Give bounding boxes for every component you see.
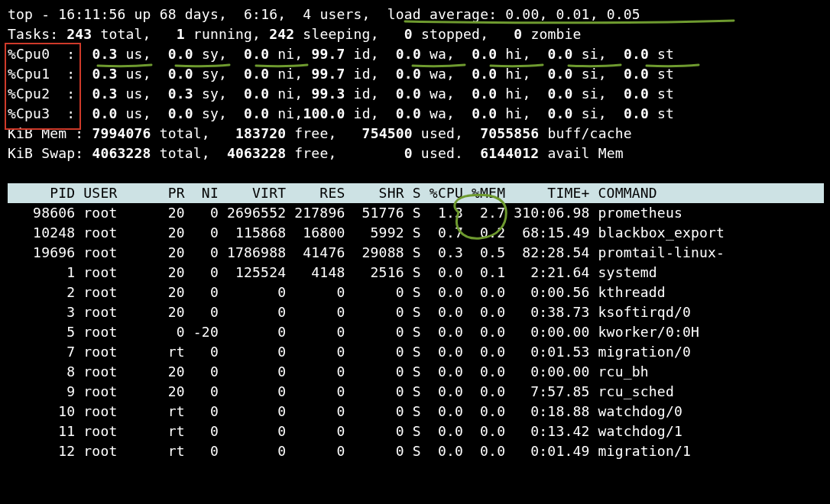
terminal[interactable]: top - 16:11:56 up 68 days, 6:16, 4 users…	[0, 0, 830, 466]
process-row[interactable]: 8 root 20 0 0 0 0 S 0.0 0.0 0:00.00 rcu_…	[8, 362, 824, 382]
swap-used: 0	[404, 145, 413, 161]
mem-used: 754500	[362, 125, 413, 141]
summary-cpu-line-0: %Cpu0 : 0.3 us, 0.0 sy, 0.0 ni, 99.7 id,…	[8, 44, 824, 64]
swap-avail: 6144012	[480, 145, 539, 161]
process-row[interactable]: 98606 root 20 0 2696552 217896 51776 S 1…	[8, 203, 824, 223]
process-header-row[interactable]: PID USER PR NI VIRT RES SHR S %CPU %MEM …	[8, 183, 824, 203]
process-row[interactable]: 1 root 20 0 125524 4148 2516 S 0.0 0.1 2…	[8, 263, 824, 283]
summary-cpu-line-1: %Cpu1 : 0.3 us, 0.0 sy, 0.0 ni, 99.7 id,…	[8, 64, 824, 84]
process-row[interactable]: 3 root 20 0 0 0 0 S 0.0 0.0 0:38.73 ksof…	[8, 302, 824, 322]
swap-free: 4063228	[227, 145, 286, 161]
summary-cpu-block: %Cpu0 : 0.3 us, 0.0 sy, 0.0 ni, 99.7 id,…	[8, 44, 824, 124]
summary-top-line: top - 16:11:56 up 68 days, 6:16, 4 users…	[8, 5, 824, 24]
summary-swap-line: KiB Swap: 4063228 total, 4063228 free, 0…	[8, 144, 824, 163]
process-row[interactable]: 11 root rt 0 0 0 0 S 0.0 0.0 0:13.42 wat…	[8, 422, 824, 441]
mem-free: 183720	[235, 125, 286, 141]
process-row[interactable]: 5 root 0 -20 0 0 0 S 0.0 0.0 0:00.00 kwo…	[8, 322, 824, 342]
process-row[interactable]: 10248 root 20 0 115868 16800 5992 S 0.7 …	[8, 223, 824, 243]
process-list[interactable]: 98606 root 20 0 2696552 217896 51776 S 1…	[8, 203, 824, 461]
mem-buff: 7055856	[480, 125, 539, 141]
mem-total: 7994076	[92, 125, 151, 141]
process-row[interactable]: 19696 root 20 0 1786988 41476 29088 S 0.…	[8, 243, 824, 263]
summary-cpu-line-2: %Cpu2 : 0.3 us, 0.3 sy, 0.0 ni, 99.3 id,…	[8, 84, 824, 104]
process-row[interactable]: 2 root 20 0 0 0 0 S 0.0 0.0 0:00.56 kthr…	[8, 283, 824, 302]
process-row[interactable]: 10 root rt 0 0 0 0 S 0.0 0.0 0:18.88 wat…	[8, 402, 824, 422]
process-row[interactable]: 7 root rt 0 0 0 0 S 0.0 0.0 0:01.53 migr…	[8, 342, 824, 362]
process-row[interactable]: 9 root 20 0 0 0 0 S 0.0 0.0 7:57.85 rcu_…	[8, 382, 824, 402]
blank-line	[8, 163, 824, 183]
process-row[interactable]: 12 root rt 0 0 0 0 S 0.0 0.0 0:01.49 mig…	[8, 441, 824, 461]
summary-tasks-line: Tasks: 243 total, 1 running, 242 sleepin…	[8, 24, 824, 44]
swap-total: 4063228	[92, 145, 151, 161]
summary-cpu-line-3: %Cpu3 : 0.0 us, 0.0 sy, 0.0 ni,100.0 id,…	[8, 104, 824, 124]
summary-mem-line: KiB Mem : 7994076 total, 183720 free, 75…	[8, 124, 824, 144]
